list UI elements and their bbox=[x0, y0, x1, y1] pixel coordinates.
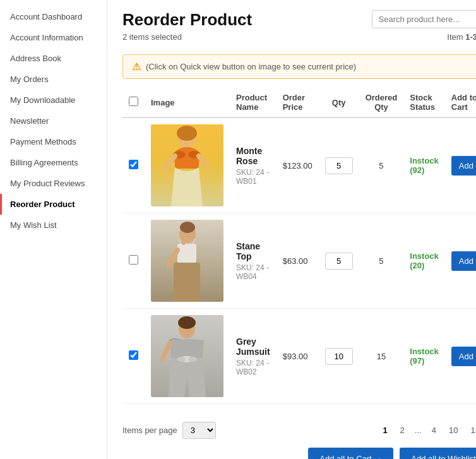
footer-bar: Items per page 3 6 9 12 1 2 ... 4 10 11 … bbox=[122, 415, 476, 439]
row-stock: Instock (97) bbox=[403, 309, 445, 404]
main-content: Reorder Product 2 items selected Item 1-… bbox=[107, 0, 476, 459]
svg-point-23 bbox=[188, 357, 197, 362]
stock-status: Instock (92) bbox=[410, 156, 439, 175]
sidebar-item-my-downloadable[interactable]: My Downloadable bbox=[0, 90, 107, 110]
product-sku: SKU: 24 - WB04 bbox=[236, 263, 270, 281]
product-table: Image Product Name Order Price Qty Order… bbox=[122, 88, 476, 404]
items-selected: 2 items selected bbox=[122, 32, 252, 42]
pagination: 1 2 ... 4 10 11 › bbox=[378, 423, 476, 438]
col-stock-status: StockStatus bbox=[403, 88, 445, 117]
action-buttons: Add all to Cart → Add all to Wishlist → bbox=[122, 448, 476, 459]
row-stock: Instock (20) bbox=[403, 213, 445, 309]
sidebar-item-my-product-reviews[interactable]: My Product Reviews bbox=[0, 173, 107, 194]
sidebar-item-account-dashboard[interactable]: Account Dashboard bbox=[0, 6, 107, 27]
table-row: Stane Top SKU: 24 - WB04 $63.00 5 Instoc… bbox=[122, 213, 476, 309]
product-image-grey-jumsuit bbox=[151, 315, 223, 397]
row-checkbox-1[interactable] bbox=[129, 255, 138, 265]
table-row: Grey Jumsuit SKU: 24 - WB02 $93.00 15 In… bbox=[122, 309, 476, 404]
row-image-cell bbox=[145, 213, 230, 309]
row-image-cell bbox=[145, 117, 230, 213]
col-ordered-qty: Ordered Qty bbox=[359, 88, 404, 117]
sidebar-item-billing-agreements[interactable]: Billing Agreements bbox=[0, 152, 107, 173]
row-checkbox-cell bbox=[122, 213, 145, 309]
svg-point-20 bbox=[178, 316, 196, 329]
page-11[interactable]: 11 bbox=[465, 423, 476, 438]
page-ellipsis: ... bbox=[412, 423, 424, 438]
sidebar-item-my-wish-list[interactable]: My Wish List bbox=[0, 215, 107, 235]
product-image-stane-top bbox=[151, 220, 223, 302]
product-name: Grey Jumsuit bbox=[236, 337, 270, 357]
notice-text: (Click on Quick view button on image to … bbox=[146, 62, 356, 71]
add-all-cart-button[interactable]: Add all to Cart → bbox=[308, 448, 393, 459]
page-4[interactable]: 4 bbox=[427, 423, 441, 438]
search-input[interactable] bbox=[372, 10, 476, 28]
row-price: $63.00 bbox=[277, 213, 319, 309]
row-product-info: Grey Jumsuit SKU: 24 - WB02 bbox=[230, 309, 277, 404]
row-checkbox-0[interactable] bbox=[129, 160, 138, 169]
warning-icon: ⚠ bbox=[132, 61, 141, 73]
sidebar: Account Dashboard Account Information Ad… bbox=[0, 0, 107, 459]
product-name: Stane Top bbox=[236, 241, 270, 261]
qty-input-0[interactable] bbox=[325, 157, 353, 174]
qty-input-2[interactable] bbox=[325, 348, 353, 365]
row-ordered-qty: 5 bbox=[359, 117, 404, 213]
row-ordered-qty: 5 bbox=[359, 213, 404, 309]
sidebar-item-newsletter[interactable]: Newsletter bbox=[0, 110, 107, 131]
select-all-checkbox[interactable] bbox=[129, 97, 138, 106]
sidebar-item-address-book[interactable]: Address Book bbox=[0, 48, 107, 69]
table-row: Monte Rose SKU: 24 - WB01 $123.00 5 Inst… bbox=[122, 117, 476, 213]
col-product-name: Product Name bbox=[230, 88, 277, 117]
svg-rect-12 bbox=[177, 244, 196, 263]
add-to-cart-button-1[interactable]: Add → bbox=[451, 251, 476, 271]
add-to-cart-button-0[interactable]: Add → bbox=[451, 156, 476, 176]
row-checkbox-cell bbox=[122, 117, 145, 213]
svg-point-2 bbox=[177, 126, 197, 141]
row-price: $93.00 bbox=[277, 309, 319, 404]
row-price: $123.00 bbox=[277, 117, 319, 213]
search-area: Item 1-3 of 32 bbox=[372, 10, 476, 42]
item-count: Item 1-3 of 32 bbox=[447, 32, 476, 42]
page-title: Reorder Product bbox=[122, 10, 252, 30]
col-order-price: Order Price bbox=[277, 88, 319, 117]
stock-status: Instock (20) bbox=[410, 251, 439, 270]
sidebar-item-reorder-product[interactable]: Reorder Product bbox=[0, 194, 107, 215]
svg-line-13 bbox=[179, 239, 181, 244]
stock-status: Instock (97) bbox=[410, 347, 439, 366]
svg-point-22 bbox=[177, 357, 186, 362]
row-qty bbox=[319, 213, 359, 309]
sidebar-item-my-orders[interactable]: My Orders bbox=[0, 69, 107, 90]
sidebar-item-payment-methods[interactable]: Payment Methods bbox=[0, 131, 107, 152]
row-add-cart: Add → bbox=[445, 213, 476, 309]
row-add-cart: Add → bbox=[445, 309, 476, 404]
row-qty bbox=[319, 309, 359, 404]
product-sku: SKU: 24 - WB01 bbox=[236, 168, 270, 186]
top-bar: Reorder Product 2 items selected Item 1-… bbox=[122, 10, 476, 48]
col-add-to-cart: Add toCart bbox=[445, 88, 476, 117]
row-stock: Instock (92) bbox=[403, 117, 445, 213]
page-2[interactable]: 2 bbox=[395, 423, 410, 438]
svg-rect-16 bbox=[174, 263, 200, 302]
row-product-info: Monte Rose SKU: 24 - WB01 bbox=[230, 117, 277, 213]
row-add-cart: Add → bbox=[445, 117, 476, 213]
col-image: Image bbox=[145, 88, 230, 117]
page-10[interactable]: 10 bbox=[444, 423, 463, 438]
sidebar-item-account-information[interactable]: Account Information bbox=[0, 27, 107, 48]
row-checkbox-2[interactable] bbox=[129, 350, 138, 360]
page-1[interactable]: 1 bbox=[378, 423, 392, 438]
per-page-select[interactable]: 3 6 9 12 bbox=[182, 422, 216, 439]
product-name: Monte Rose bbox=[236, 146, 270, 166]
add-all-wishlist-button[interactable]: Add all to Wishlist → bbox=[400, 448, 476, 459]
row-product-info: Stane Top SKU: 24 - WB04 bbox=[230, 213, 277, 309]
col-checkbox bbox=[122, 88, 145, 117]
row-qty bbox=[319, 117, 359, 213]
notice-bar: ⚠ (Click on Quick view button on image t… bbox=[122, 54, 476, 79]
qty-input-1[interactable] bbox=[325, 253, 353, 270]
row-checkbox-cell bbox=[122, 309, 145, 404]
product-image-monte-rose bbox=[151, 124, 223, 206]
items-per-page-label: Items per page bbox=[122, 426, 177, 435]
items-per-page: Items per page 3 6 9 12 bbox=[122, 422, 216, 439]
add-to-cart-button-2[interactable]: Add → bbox=[451, 347, 476, 366]
svg-point-11 bbox=[180, 222, 195, 233]
row-ordered-qty: 15 bbox=[359, 309, 404, 404]
col-qty: Qty bbox=[319, 88, 359, 117]
